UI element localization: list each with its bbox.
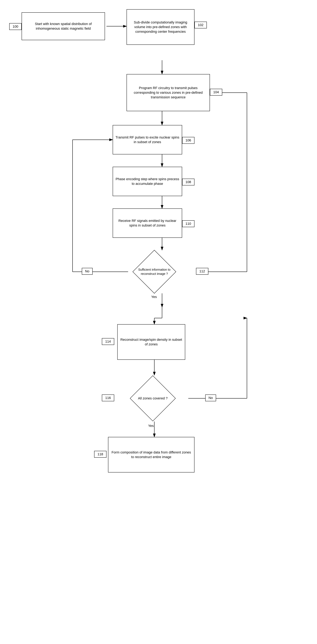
node-start-label: Start with known spatial distribution of… bbox=[23, 22, 103, 31]
node-104-label: Program RF circuitry to transmit pulses … bbox=[128, 86, 208, 100]
label-108: 108 bbox=[182, 179, 194, 186]
label-110: 110 bbox=[182, 220, 194, 227]
flowchart: Start with known spatial distribution of… bbox=[0, 0, 317, 644]
node-118: Form composition of image data from diff… bbox=[108, 437, 194, 472]
node-108: Phase encoding step where spins precess … bbox=[113, 167, 182, 196]
node-start: Start with known spatial distribution of… bbox=[21, 12, 105, 40]
node-104: Program RF circuitry to transmit pulses … bbox=[127, 74, 210, 111]
node-114-label: Reconstruct image/spin density in subset… bbox=[119, 337, 183, 346]
label-yes-112: Yes bbox=[151, 295, 157, 299]
label-yes-116: Yes bbox=[148, 424, 154, 428]
node-106: Transmit RF pulses to excite nuclear spi… bbox=[113, 125, 182, 154]
label-112: 112 bbox=[196, 268, 208, 275]
node-118-label: Form composition of image data from diff… bbox=[110, 450, 193, 459]
node-116-label: All zones covered ? bbox=[138, 396, 168, 400]
node-102-label: Sub-divide computationally imaging volum… bbox=[128, 20, 193, 34]
node-110: Receive RF signals emitted by nuclear sp… bbox=[113, 208, 182, 238]
node-102: Sub-divide computationally imaging volum… bbox=[127, 9, 194, 45]
node-112-label: Sufficient information to reconstruct im… bbox=[138, 268, 171, 276]
node-106-label: Transmit RF pulses to excite nuclear spi… bbox=[114, 135, 180, 144]
label-106: 106 bbox=[182, 137, 194, 144]
label-102: 102 bbox=[194, 22, 207, 28]
label-no-112: No bbox=[82, 268, 93, 275]
label-100: 100 bbox=[9, 23, 21, 30]
node-110-label: Receive RF signals emitted by nuclear sp… bbox=[114, 218, 180, 228]
label-116: 116 bbox=[102, 394, 114, 401]
node-116-wrapper: All zones covered ? bbox=[117, 375, 188, 422]
node-112-wrapper: Sufficient information to reconstruct im… bbox=[113, 250, 196, 293]
node-108-label: Phase encoding step where spins precess … bbox=[114, 177, 180, 186]
node-114: Reconstruct image/spin density in subset… bbox=[117, 324, 185, 360]
label-no-116: No bbox=[205, 394, 216, 401]
label-114: 114 bbox=[102, 338, 114, 345]
label-104: 104 bbox=[210, 89, 222, 96]
label-118: 118 bbox=[94, 451, 106, 458]
